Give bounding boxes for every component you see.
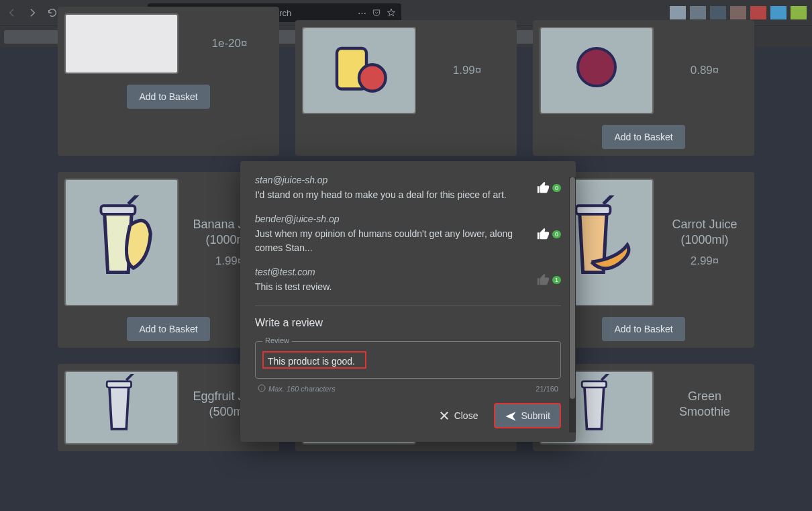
review-item: bender@juice-sh.op Just when my opinion … [255, 214, 561, 254]
write-review-title: Write a review [255, 317, 561, 329]
product-image [540, 27, 654, 114]
tab-thumb[interactable] [730, 6, 746, 19]
review-dialog: stan@juice-sh.op I'd stand on my head to… [240, 161, 576, 442]
svg-rect-4 [101, 205, 135, 214]
bookmark-item[interactable] [4, 30, 64, 44]
tab-thumb[interactable] [670, 6, 686, 19]
char-hint: Max. 160 characters [268, 385, 336, 393]
product-card[interactable]: 1.99¤ Add to Basket [295, 20, 517, 156]
svg-text:i: i [261, 387, 262, 391]
product-price: 1.99¤ [424, 64, 510, 77]
review-text: Just when my opinion of humans couldn't … [255, 227, 529, 254]
char-counter: 21/160 [536, 385, 558, 393]
add-to-basket-button[interactable]: Add to Basket [127, 317, 209, 341]
review-author: stan@juice-sh.op [255, 175, 529, 185]
svg-point-3 [578, 48, 615, 86]
svg-rect-6 [576, 205, 610, 214]
pocket-icon[interactable] [372, 8, 381, 17]
divider [255, 306, 561, 306]
scrollbar-thumb[interactable] [570, 177, 575, 399]
tab-thumb[interactable] [750, 6, 766, 19]
review-text: This is test review. [255, 280, 529, 293]
like-count: 0 [552, 230, 561, 238]
reload-icon[interactable] [46, 6, 59, 19]
product-image [64, 13, 179, 74]
back-icon[interactable] [5, 6, 19, 19]
more-icon[interactable]: ⋯ [358, 8, 366, 18]
close-button[interactable]: Close [429, 403, 488, 428]
star-icon[interactable] [387, 8, 396, 17]
tab-thumb[interactable] [710, 6, 726, 19]
svg-line-7 [603, 195, 615, 204]
svg-point-2 [359, 64, 386, 91]
svg-rect-8 [107, 381, 131, 387]
tab-thumb[interactable] [791, 6, 807, 19]
svg-line-9 [126, 374, 135, 380]
product-image [64, 179, 179, 306]
submit-button[interactable]: Submit [494, 403, 561, 428]
add-to-basket-button[interactable]: Add to Basket [127, 85, 209, 109]
product-name: Green Smoothie [662, 389, 748, 420]
product-image [64, 371, 179, 445]
send-icon [505, 410, 517, 422]
thumbs-up-icon[interactable] [536, 227, 551, 242]
product-price: 2.99¤ [662, 254, 748, 268]
product-image [302, 27, 416, 114]
info-icon: i [258, 384, 266, 393]
svg-rect-13 [582, 381, 606, 387]
close-label: Close [454, 410, 478, 421]
like-count: 1 [552, 276, 561, 284]
review-input[interactable] [262, 351, 366, 369]
submit-label: Submit [521, 410, 550, 421]
svg-line-5 [128, 195, 140, 204]
add-to-basket-button[interactable]: Add to Basket [602, 125, 684, 149]
review-item: stan@juice-sh.op I'd stand on my head to… [255, 175, 561, 201]
close-icon [438, 410, 450, 422]
product-card[interactable]: 1e-20¤ Add to Basket [58, 7, 279, 156]
tab-thumb[interactable] [690, 6, 706, 19]
scrollbar[interactable] [569, 177, 576, 432]
product-card[interactable]: 0.89¤ Add to Basket [533, 20, 754, 156]
review-text: I'd stand on my head to make you a deal … [255, 188, 529, 201]
review-field: Review [255, 341, 561, 379]
svg-line-14 [601, 374, 610, 380]
like-count: 0 [552, 184, 561, 192]
thumbs-up-icon[interactable] [536, 273, 551, 287]
add-to-basket-button[interactable]: Add to Basket [602, 317, 684, 341]
thumbs-up-icon[interactable] [536, 181, 551, 195]
product-price: 0.89¤ [662, 64, 748, 77]
review-field-label: Review [262, 336, 292, 344]
review-author: bender@juice-sh.op [255, 214, 529, 224]
product-price: 1e-20¤ [187, 37, 272, 50]
review-item: test@test.com This is test review. 1 [255, 267, 561, 293]
review-author: test@test.com [255, 267, 529, 277]
forward-icon[interactable] [26, 6, 39, 19]
tab-thumb[interactable] [770, 6, 786, 19]
product-name: Carrot Juice (1000ml) [662, 217, 748, 248]
